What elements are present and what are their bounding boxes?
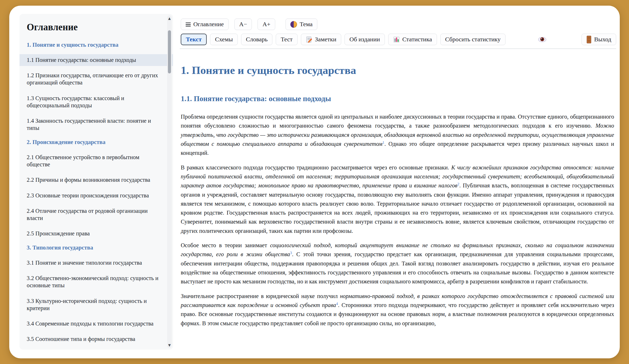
toolbar-row-1: Оглавление A− A+ Тема xyxy=(180,18,616,30)
bar-chart-icon xyxy=(393,36,400,43)
toc-item[interactable]: 3.4 Современные подходы к типологии госу… xyxy=(20,318,173,330)
toc-section[interactable]: 2. Происхождение государства xyxy=(27,138,161,147)
toc-item[interactable]: 2.5 Происхождение права xyxy=(20,228,173,240)
toc-toggle-button[interactable]: Оглавление xyxy=(181,18,229,30)
toc-list: 1. Понятие и сущность государства1.1 Пон… xyxy=(27,40,161,350)
exit-label: Выход xyxy=(594,36,611,43)
theme-label: Тема xyxy=(300,21,312,28)
theme-moon-icon xyxy=(290,21,297,28)
main-panel: Оглавление A− A+ Тема Текст Схемы Словар… xyxy=(180,6,616,358)
paragraph: В рамках классического подхода государст… xyxy=(181,163,614,236)
tab-test[interactable]: Тест xyxy=(276,34,297,45)
toc-item[interactable]: 3.2 Общественно-экономический подход: су… xyxy=(20,272,173,291)
paragraph: Значительное распространение в юридическ… xyxy=(181,292,614,328)
app-window: Оглавление 1. Понятие и сущность государ… xyxy=(9,6,620,358)
exit-button[interactable]: Выход xyxy=(582,34,616,45)
toc-item[interactable]: 2.4 Отличие государства от родовой орган… xyxy=(20,205,173,224)
toc-item[interactable]: 2.2 Причины и формы возникновения госуда… xyxy=(20,174,173,186)
body-text: Проблема определения сущности государств… xyxy=(181,113,614,129)
font-decrease-button[interactable]: A− xyxy=(234,18,252,30)
tab-schemes[interactable]: Схемы xyxy=(210,34,237,45)
tab-notes-label: Заметки xyxy=(315,36,337,43)
chapter-title: 1. Понятие и сущность государства xyxy=(181,64,614,76)
toc-item[interactable]: 2.1 Общественное устройство в первобытно… xyxy=(20,151,173,170)
toc-item[interactable]: 1.2 Признаки государства, отличающие его… xyxy=(20,70,173,89)
toc-item[interactable]: 1.1 Понятие государства: основные подход… xyxy=(20,54,173,66)
body-text: В рамках классического подхода государст… xyxy=(181,164,451,171)
body-text: Особое место в теории занимает xyxy=(181,242,270,248)
tab-notes[interactable]: Заметки xyxy=(301,34,341,45)
sidebar-scrollbar[interactable]: ▲ ▼ xyxy=(167,15,172,348)
font-increase-button[interactable]: A+ xyxy=(258,18,275,30)
scroll-up-icon[interactable]: ▲ xyxy=(167,16,172,20)
toc-item[interactable]: 2.3 Основные теории происхождения госуда… xyxy=(20,190,173,202)
toc-sidebar: Оглавление 1. Понятие и сущность государ… xyxy=(20,14,173,350)
tab-about[interactable]: Об издании xyxy=(345,34,385,45)
toc-item[interactable]: 3.5 Соотношение типа и формы государства xyxy=(20,333,173,345)
paragraph: Проблема определения сущности государств… xyxy=(181,112,614,158)
eye-icon[interactable] xyxy=(538,36,547,43)
toc-item[interactable]: 3.3 Культурно-исторический подход: сущно… xyxy=(20,295,173,314)
hamburger-icon xyxy=(186,22,191,26)
scrollbar-thumb[interactable] xyxy=(168,30,171,73)
toc-item[interactable]: 1.4 Законность государственной власти: п… xyxy=(20,115,173,134)
memo-icon xyxy=(306,36,312,43)
toc-toggle-label: Оглавление xyxy=(193,21,224,28)
toc-title: Оглавление xyxy=(27,22,161,33)
article-paragraphs: Проблема определения сущности государств… xyxy=(181,112,614,328)
toc-section[interactable]: 3. Типология государства xyxy=(27,243,161,252)
footnote-ref[interactable]: 2 xyxy=(457,182,459,186)
reset-statistics-button[interactable]: Сбросить статистику xyxy=(440,34,506,45)
toc-item[interactable]: 3.1 Понятие и значение типологии государ… xyxy=(20,257,173,269)
tab-dictionary[interactable]: Словарь xyxy=(241,34,273,45)
section-title: 1.1. Понятие государства: основные подхо… xyxy=(181,94,614,103)
paragraph: Особое место в теории занимает социологи… xyxy=(181,241,614,286)
scroll-down-icon[interactable]: ▼ xyxy=(167,343,172,347)
app-root: { "sidebar": { "title": "Оглавление", "i… xyxy=(0,0,629,364)
article: 1. Понятие и сущность государства 1.1. П… xyxy=(180,49,616,328)
body-text: Значительное распространение в юридическ… xyxy=(181,293,340,299)
toolbar-row-2: Текст Схемы Словарь Тест Заметки Об изда… xyxy=(180,34,616,45)
tab-text[interactable]: Текст xyxy=(181,34,207,45)
toc-section[interactable]: 4. Функции государства xyxy=(27,349,161,350)
tab-statistics[interactable]: Статистика xyxy=(388,34,437,45)
theme-button[interactable]: Тема xyxy=(285,18,317,30)
toc-item[interactable]: 1.3 Сущность государства: классовый и об… xyxy=(20,92,173,111)
body-text: . Публичная власть, воплощенная в систем… xyxy=(181,182,614,234)
footnote-ref[interactable]: 4 xyxy=(336,301,338,305)
tab-statistics-label: Статистика xyxy=(402,36,432,43)
door-icon xyxy=(586,36,592,43)
toc-section[interactable]: 1. Понятие и сущность государства xyxy=(27,40,161,50)
